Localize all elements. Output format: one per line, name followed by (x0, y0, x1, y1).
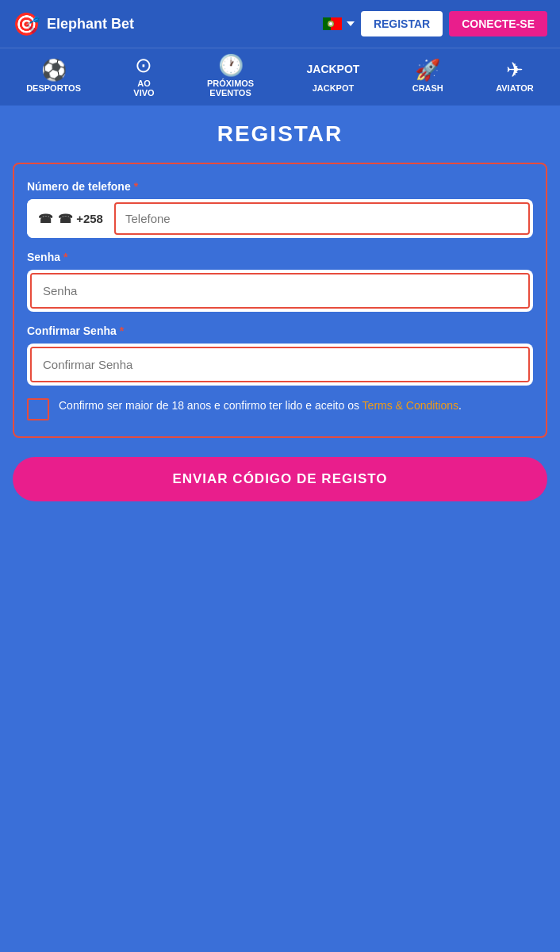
clock-icon: 🕐 (218, 55, 244, 75)
confirm-password-input-wrapper (27, 344, 533, 386)
registration-form: Número de telefone * ☎ ☎ +258 Senha * (13, 163, 547, 438)
portugal-flag-icon (323, 17, 342, 30)
terms-checkbox[interactable] (27, 398, 49, 420)
nav-label-ao-vivo: AO VIVO (133, 79, 154, 98)
required-star-password: * (63, 251, 67, 263)
submit-button[interactable]: ENVIAR CÓDIGO DE REGISTO (13, 457, 547, 501)
logo-text: Elephant Bet (47, 16, 134, 33)
nav-item-aviator[interactable]: ✈ AVIATOR (496, 60, 534, 93)
phone-label: Número de telefone * (27, 180, 533, 193)
terms-text: Confirmo ser maior de 18 anos e confirmo… (59, 398, 462, 414)
confirm-password-input-inner (30, 347, 530, 382)
password-input-inner (30, 273, 530, 309)
nav-item-desportos[interactable]: ⚽ DESPORTOS (26, 60, 81, 93)
nav-label-aviator: AVIATOR (496, 83, 534, 93)
phone-field-group: Número de telefone * ☎ ☎ +258 (27, 180, 533, 238)
phone-input[interactable] (116, 204, 528, 233)
header-right: REGISTAR CONECTE-SE (323, 11, 547, 36)
svg-point-3 (328, 22, 332, 26)
required-star-confirm: * (120, 324, 124, 337)
phone-input-wrapper (114, 202, 530, 235)
register-button[interactable]: REGISTAR (361, 11, 443, 36)
nav-item-crash[interactable]: 🚀 CRASH (412, 60, 443, 93)
jackpot-icon: JACKPOT (307, 60, 360, 79)
nav-bar: ⚽ DESPORTOS ⊙ AO VIVO 🕐 PRÓXIMOS EVENTOS… (0, 48, 560, 106)
nav-label-crash: CRASH (412, 83, 443, 93)
nav-item-ao-vivo[interactable]: ⊙ AO VIVO (133, 55, 154, 98)
nav-item-jackpot[interactable]: JACKPOT JACKPOT (307, 60, 360, 92)
password-input-wrapper (27, 270, 533, 312)
connect-button[interactable]: CONECTE-SE (449, 11, 547, 36)
language-button[interactable] (323, 17, 355, 30)
crash-icon: 🚀 (415, 60, 440, 80)
aviator-icon: ✈ (506, 60, 524, 80)
terms-link[interactable]: Terms & Conditions (362, 399, 458, 412)
terms-row: Confirmo ser maior de 18 anos e confirmo… (27, 398, 533, 420)
confirm-password-label: Confirmar Senha * (27, 324, 533, 337)
logo-area: 🎯 Elephant Bet (13, 11, 134, 37)
password-label: Senha * (27, 251, 533, 263)
soccer-icon: ⚽ (41, 60, 67, 80)
required-star: * (134, 180, 138, 193)
chevron-down-icon (347, 21, 355, 26)
live-icon: ⊙ (135, 55, 152, 75)
nav-item-proximos-eventos[interactable]: 🕐 PRÓXIMOS EVENTOS (207, 55, 254, 98)
confirm-password-field-group: Confirmar Senha * (27, 324, 533, 386)
phone-input-row: ☎ ☎ +258 (27, 199, 533, 238)
page-title: REGISTAR (13, 121, 547, 147)
nav-label-desportos: DESPORTOS (26, 83, 81, 93)
main-content: REGISTAR Número de telefone * ☎ ☎ +258 S… (0, 106, 560, 525)
phone-prefix: ☎ ☎ +258 (27, 199, 114, 238)
confirm-password-input[interactable] (32, 348, 528, 381)
password-field-group: Senha * (27, 251, 533, 312)
nav-label-jackpot: JACKPOT (313, 83, 355, 93)
logo-icon: 🎯 (13, 11, 40, 37)
phone-icon: ☎ (38, 212, 53, 226)
password-input[interactable] (32, 274, 528, 307)
nav-label-proximos-eventos: PRÓXIMOS EVENTOS (207, 79, 254, 98)
header: 🎯 Elephant Bet REGISTAR CONECTE-SE (0, 0, 560, 48)
